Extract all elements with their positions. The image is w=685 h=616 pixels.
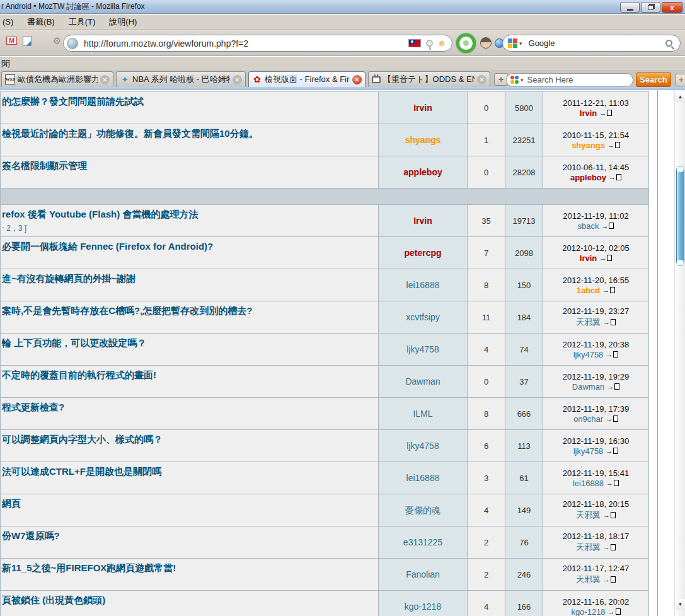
last-post-author-link[interactable]: 天邪翼 xyxy=(576,509,601,521)
restore-button[interactable] xyxy=(641,2,660,13)
scrollbar-down-button[interactable]: ▼ xyxy=(676,599,685,610)
tab-close-icon[interactable]: ✕ xyxy=(352,75,362,84)
goto-latest-icon[interactable]: → xyxy=(599,110,612,117)
topic-author-link[interactable]: lei16888 xyxy=(406,280,440,290)
tab-close-icon[interactable]: ✕ xyxy=(100,75,110,84)
last-post-author-link[interactable]: on9char xyxy=(573,414,603,424)
last-post-author-link[interactable]: shyangs xyxy=(572,141,605,150)
topic-author-link[interactable]: 憂傷的魂 xyxy=(405,505,440,515)
topic-author-link[interactable]: ljky4758 xyxy=(406,441,439,451)
topic-author-link[interactable]: xcvtfsipy xyxy=(406,312,440,322)
last-post-author-link[interactable]: ljky4758 xyxy=(573,350,604,359)
topic-title-link[interactable]: 新11_5之後~用FIREFOX跑網頁遊戲常當! xyxy=(2,562,374,574)
gmail-icon[interactable] xyxy=(6,35,17,46)
search-engine-selector[interactable]: ▾ xyxy=(508,38,522,48)
topic-author-link[interactable]: shyangs xyxy=(405,135,441,145)
add-engine-button[interactable]: + xyxy=(675,74,685,86)
topic-title-link[interactable]: 必要開一個板塊給 Fennec (Firefox for Android)? xyxy=(2,241,374,253)
menu-item[interactable]: 說明(H) xyxy=(109,16,137,28)
search-button[interactable]: Search xyxy=(636,73,671,87)
tab-close-icon[interactable]: ✕ xyxy=(477,75,486,84)
topic-title-link[interactable]: refox 後看 Youtube (Flash) 會當機的處理方法 xyxy=(2,209,374,221)
last-post-author-link[interactable]: 天邪翼 xyxy=(576,574,601,585)
goto-latest-icon[interactable]: → xyxy=(606,448,618,455)
topic-author-link[interactable]: lei16888 xyxy=(406,473,440,483)
goto-latest-icon[interactable]: → xyxy=(606,480,619,487)
last-post-author-link[interactable]: 天邪翼 xyxy=(576,542,601,553)
topic-title-link[interactable]: 程式更新檢查? xyxy=(2,402,374,414)
scrollbar-thumb[interactable] xyxy=(676,166,684,266)
last-post-author-link[interactable]: Irvin xyxy=(580,108,597,118)
topic-title-link[interactable]: 份W7還原嗎? xyxy=(2,530,374,542)
tab-close-icon[interactable]: ✕ xyxy=(233,75,242,84)
search-bar[interactable]: ▾ Google xyxy=(502,35,681,52)
topic-title-link[interactable]: 頁被鎖住 (出現黃色鎖頭) xyxy=(2,595,374,607)
topic-title-link[interactable]: 進~有沒有旋轉網頁的外掛~謝謝 xyxy=(2,273,374,285)
topic-title-link[interactable]: 法可以達成CTRL+F是開啟也是關閉嗎 xyxy=(2,466,374,478)
refresh-icon[interactable] xyxy=(456,33,476,53)
last-post-author-link[interactable]: kgo-1218 xyxy=(571,607,605,616)
tab-wsj[interactable]: WSJ歐債危機為歐洲影響力衰退...✕ xyxy=(1,71,113,87)
menu-item[interactable]: 工具(T) xyxy=(69,16,96,28)
topic-author-link[interactable]: Fanolian xyxy=(406,569,440,579)
topic-author-link[interactable]: e3131225 xyxy=(403,537,442,547)
url-text[interactable]: http://forum.moztw.org/viewforum.php?f=2 xyxy=(84,38,408,49)
topic-author-link[interactable]: petercpg xyxy=(404,248,441,258)
gear-icon[interactable]: ⚙ xyxy=(52,35,62,46)
goto-latest-icon[interactable]: → xyxy=(603,512,616,519)
topic-pagination[interactable]: ‧ 2，3 ] xyxy=(2,223,374,234)
key-icon[interactable] xyxy=(426,40,433,47)
last-post-author-link[interactable]: 天邪翼 xyxy=(576,317,601,328)
goto-latest-icon[interactable]: → xyxy=(609,174,621,181)
tab-baha[interactable]: ✦NBA 系列 哈啦板 - 巴哈姆特✕ xyxy=(116,71,246,87)
search-here-input[interactable]: ▾ Search Here xyxy=(506,73,633,87)
minimize-button[interactable] xyxy=(620,2,640,13)
topic-author-link[interactable]: ILML xyxy=(413,409,432,419)
topic-title-link[interactable]: 不定時的覆蓋目前的執行程式的畫面! xyxy=(2,369,374,381)
tab-moztw[interactable]: ✿檢視版面 - Firefox & Firef...✕ xyxy=(248,71,366,87)
topic-title-link[interactable]: 案時,不是會先暫時存放在C槽嗎?,怎麼把暫存改到別的槽去? xyxy=(2,305,374,317)
close-button[interactable]: x xyxy=(662,2,682,13)
topic-author-link[interactable]: Irvin xyxy=(413,216,432,226)
search-icon[interactable] xyxy=(665,40,672,47)
topic-title-link[interactable]: 輪 上下頁功能，可以更改設定嗎？ xyxy=(2,337,374,349)
title-bar[interactable]: r Android • MozTW 討論區 - Mozilla Firefox … xyxy=(0,0,685,14)
tab-nico[interactable]: 【重音テト】ODDS & EN...✕ xyxy=(368,71,490,87)
menu-item[interactable]: (S) xyxy=(3,17,13,26)
goto-latest-icon[interactable]: → xyxy=(608,608,621,615)
goto-latest-icon[interactable]: → xyxy=(601,223,614,230)
goto-latest-icon[interactable]: → xyxy=(603,319,616,326)
goto-latest-icon[interactable]: → xyxy=(603,544,616,551)
topic-author-link[interactable]: ljky4758 xyxy=(406,344,439,354)
last-post-author-link[interactable]: ljky4758 xyxy=(573,446,604,456)
globe-favicon[interactable] xyxy=(67,38,78,49)
last-post-author-link[interactable]: Dawman xyxy=(572,382,604,392)
topic-author-link[interactable]: Irvin xyxy=(413,103,432,113)
last-post-author-link[interactable]: lei16888 xyxy=(573,479,604,488)
search-engine-value[interactable]: Google xyxy=(529,38,665,48)
goto-latest-icon[interactable]: → xyxy=(603,576,616,583)
topic-title-link[interactable]: 檢視最近討論的主題」功能修復。新會員發文需間隔10分鐘。 xyxy=(2,128,374,140)
vertical-scrollbar[interactable]: ▲ ▼ xyxy=(674,90,685,616)
goto-latest-icon[interactable]: → xyxy=(607,142,620,149)
bookmark-item[interactable]: 聞 xyxy=(0,58,9,69)
goto-latest-icon[interactable]: → xyxy=(599,255,612,262)
star-person-icon[interactable]: ✵ xyxy=(438,39,446,48)
searchbar-engine-icon[interactable] xyxy=(510,76,519,84)
last-post-author-link[interactable]: sback xyxy=(578,221,599,231)
taiwan-flag-icon[interactable] xyxy=(408,39,421,47)
topic-author-link[interactable]: appleboy xyxy=(403,167,442,177)
goto-latest-icon[interactable]: → xyxy=(602,287,615,294)
google-apps-icon[interactable] xyxy=(37,35,47,46)
menu-item[interactable]: 書籤(B) xyxy=(27,16,54,28)
topic-title-link[interactable]: 簽名檔限制顯示管理 xyxy=(2,160,374,172)
location-bar[interactable]: http://forum.moztw.org/viewforum.php?f=2… xyxy=(63,35,452,52)
topic-author-link[interactable]: Dawman xyxy=(405,376,440,386)
topic-title-link[interactable]: 可以調整網頁內字型大小、樣式的嗎？ xyxy=(2,434,374,446)
last-post-author-link[interactable]: 1abcd xyxy=(577,286,601,295)
chevron-down-icon[interactable]: ▾ xyxy=(521,77,524,83)
topic-title-link[interactable]: 的怎麼辦？發文問問題前請先試試 xyxy=(2,96,374,108)
avatar-addon-icon[interactable] xyxy=(480,37,492,49)
goto-latest-icon[interactable]: → xyxy=(606,416,618,422)
goto-latest-icon[interactable]: → xyxy=(607,383,619,390)
